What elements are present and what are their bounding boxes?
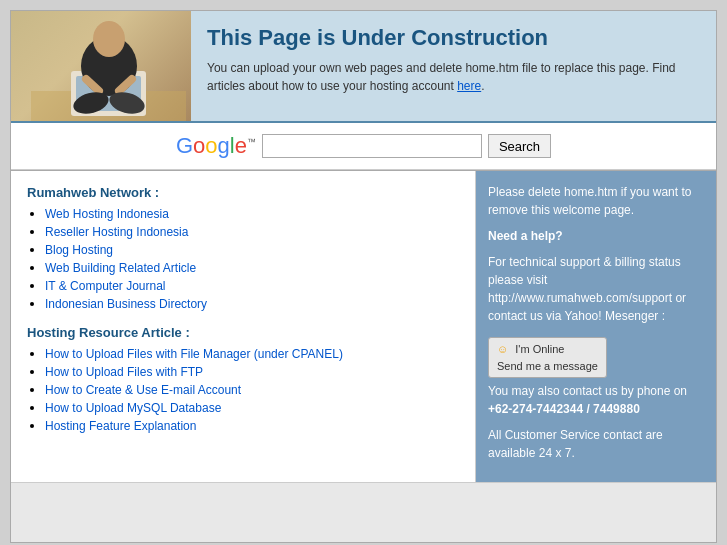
header-text-area: This Page is Under Construction You can …	[191, 11, 716, 121]
header-image	[11, 11, 191, 121]
header: This Page is Under Construction You can …	[11, 11, 716, 123]
network-links: Web Hosting Indonesia Reseller Hosting I…	[27, 206, 459, 311]
list-item: IT & Computer Journal	[45, 278, 459, 293]
google-logo: Google™	[176, 133, 256, 159]
list-item: Blog Hosting	[45, 242, 459, 257]
hosting-link-2[interactable]: How to Upload Files with FTP	[45, 365, 203, 379]
page-title: This Page is Under Construction	[207, 25, 700, 51]
network-title: Rumahweb Network :	[27, 185, 459, 200]
availability-text: All Customer Service contact are availab…	[488, 426, 704, 462]
hosting-link-4[interactable]: How to Upload MySQL Database	[45, 401, 221, 415]
network-link-2[interactable]: Reseller Hosting Indonesia	[45, 225, 188, 239]
smiley-icon: ☺	[497, 343, 508, 355]
network-link-5[interactable]: IT & Computer Journal	[45, 279, 166, 293]
yahoo-btn-sub: Send me a message	[497, 360, 598, 372]
network-link-1[interactable]: Web Hosting Indonesia	[45, 207, 169, 221]
search-input[interactable]	[262, 134, 482, 158]
hosting-links: How to Upload Files with File Manager (u…	[27, 346, 459, 433]
phone-text: You may also contact us by phone on +62-…	[488, 382, 704, 418]
list-item: Web Building Related Article	[45, 260, 459, 275]
need-help-title: Need a help?	[488, 227, 704, 245]
network-link-3[interactable]: Blog Hosting	[45, 243, 113, 257]
footer-area	[11, 482, 716, 542]
left-panel: Rumahweb Network : Web Hosting Indonesia…	[11, 171, 476, 482]
phone-number: +62-274-7442344 / 7449880	[488, 402, 640, 416]
hosting-link-5[interactable]: Hosting Feature Explanation	[45, 419, 196, 433]
list-item: Web Hosting Indonesia	[45, 206, 459, 221]
right-panel: Please delete home.htm if you want to re…	[476, 171, 716, 482]
hosting-title: Hosting Resource Article :	[27, 325, 459, 340]
support-text: For technical support & billing status p…	[488, 253, 704, 325]
list-item: How to Upload Files with FTP	[45, 364, 459, 379]
yahoo-messenger-button[interactable]: ☺ I'm Online Send me a message	[488, 337, 607, 378]
main-content: Rumahweb Network : Web Hosting Indonesia…	[11, 170, 716, 482]
list-item: Hosting Feature Explanation	[45, 418, 459, 433]
network-link-4[interactable]: Web Building Related Article	[45, 261, 196, 275]
search-button[interactable]: Search	[488, 134, 551, 158]
page-wrapper: This Page is Under Construction You can …	[10, 10, 717, 543]
list-item: Indonesian Business Directory	[45, 296, 459, 311]
network-link-6[interactable]: Indonesian Business Directory	[45, 297, 207, 311]
here-link[interactable]: here	[457, 79, 481, 93]
search-bar: Google™ Search	[11, 123, 716, 170]
list-item: Reseller Hosting Indonesia	[45, 224, 459, 239]
header-description: You can upload your own web pages and de…	[207, 59, 700, 95]
svg-point-4	[93, 21, 125, 57]
list-item: How to Create & Use E-mail Account	[45, 382, 459, 397]
list-item: How to Upload Files with File Manager (u…	[45, 346, 459, 361]
list-item: How to Upload MySQL Database	[45, 400, 459, 415]
person-illustration	[31, 11, 186, 121]
delete-note: Please delete home.htm if you want to re…	[488, 183, 704, 219]
hosting-link-1[interactable]: How to Upload Files with File Manager (u…	[45, 347, 343, 361]
yahoo-btn-label: I'm Online	[515, 343, 564, 355]
hosting-link-3[interactable]: How to Create & Use E-mail Account	[45, 383, 241, 397]
